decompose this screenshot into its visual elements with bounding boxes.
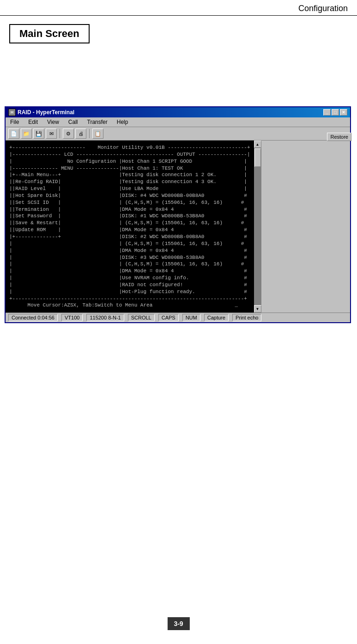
toolbar-save[interactable]: 💾 [33, 129, 44, 139]
scrollbar-thumb[interactable] [254, 148, 261, 167]
menu-bar: File Edit View Call Transfer Help [6, 117, 350, 127]
app-icon: H [8, 109, 16, 116]
toolbar-new[interactable]: 📄 [8, 129, 19, 139]
status-bar: Connected 0:04:56 VT100 115200 8-N-1 SCR… [6, 313, 350, 322]
status-scroll: SCROLL [128, 314, 155, 321]
toolbar-extra[interactable]: 📋 [92, 129, 103, 139]
scrollbar-track [254, 148, 261, 305]
menu-file[interactable]: File [8, 118, 21, 126]
title-bar-buttons[interactable]: _ □ ✕ [323, 109, 347, 116]
page-number: 3-9 [174, 620, 183, 627]
status-print-echo: Print echo [232, 314, 262, 321]
status-caps: CAPS [158, 314, 179, 321]
terminal-wrapper: +------------------------ Monitor Utilit… [6, 141, 350, 313]
scrollbar-up[interactable]: ▲ [254, 141, 261, 148]
page-footer: 3-9 [167, 617, 189, 630]
toolbar-settings[interactable]: ⚙ [63, 129, 74, 139]
page-header: Configuration [0, 0, 357, 16]
scrollbar-down[interactable]: ▼ [254, 305, 261, 313]
menu-transfer[interactable]: Transfer [85, 118, 109, 126]
terminal-area[interactable]: +------------------------ Monitor Utilit… [6, 141, 254, 313]
toolbar: 📄 📁 💾 ✉ ⚙ 🖨 📋 [6, 127, 350, 141]
hyper-terminal-window: H RAID - HyperTerminal _ □ ✕ File Edit V… [5, 106, 351, 323]
toolbar-open[interactable]: 📁 [21, 129, 32, 139]
menu-edit[interactable]: Edit [26, 118, 40, 126]
status-baud: 115200 8-N-1 [86, 314, 124, 321]
restore-button[interactable]: Restore [327, 133, 351, 141]
status-num: NUM [182, 314, 200, 321]
toolbar-separator-2 [89, 129, 90, 138]
status-capture: Capture [204, 314, 229, 321]
title-bar-left: H RAID - HyperTerminal [8, 109, 74, 116]
menu-help[interactable]: Help [115, 118, 130, 126]
main-screen-label: Main Screen [0, 16, 357, 43]
menu-call[interactable]: Call [67, 118, 80, 126]
title-bar: H RAID - HyperTerminal _ □ ✕ [6, 107, 350, 117]
toolbar-print[interactable]: ✉ [46, 129, 57, 139]
window-title: RAID - HyperTerminal [18, 109, 74, 116]
header-title: Configuration [298, 4, 348, 13]
toolbar-more[interactable]: 🖨 [75, 129, 86, 139]
status-terminal: VT100 [61, 314, 83, 321]
maximize-button[interactable]: □ [332, 109, 339, 116]
scrollbar[interactable]: ▲ ▼ [254, 141, 261, 313]
toolbar-separator-1 [60, 129, 60, 138]
status-connection: Connected 0:04:56 [8, 314, 58, 321]
close-button[interactable]: ✕ [340, 109, 347, 116]
minimize-button[interactable]: _ [323, 109, 331, 116]
menu-view[interactable]: View [45, 118, 61, 126]
